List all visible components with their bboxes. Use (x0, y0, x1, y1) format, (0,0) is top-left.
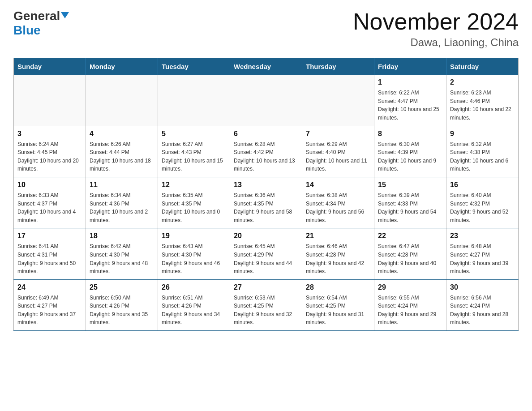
day-info: Sunrise: 6:27 AMSunset: 4:43 PMDaylight:… (162, 140, 226, 173)
calendar-cell: 13Sunrise: 6:36 AMSunset: 4:35 PMDayligh… (230, 177, 302, 228)
calendar-cell: 23Sunrise: 6:48 AMSunset: 4:27 PMDayligh… (446, 228, 519, 279)
weekday-header-sunday: Sunday (14, 58, 86, 75)
day-number: 13 (234, 181, 298, 189)
calendar-cell: 14Sunrise: 6:38 AMSunset: 4:34 PMDayligh… (302, 177, 374, 228)
calendar-cell: 5Sunrise: 6:27 AMSunset: 4:43 PMDaylight… (158, 126, 230, 177)
day-number: 15 (378, 181, 442, 189)
calendar-cell (14, 75, 86, 126)
logo-general-text: General (13, 9, 60, 23)
day-number: 23 (450, 232, 515, 240)
calendar-cell: 27Sunrise: 6:53 AMSunset: 4:25 PMDayligh… (230, 279, 302, 330)
day-number: 14 (306, 181, 370, 189)
day-info: Sunrise: 6:45 AMSunset: 4:29 PMDaylight:… (234, 242, 298, 275)
day-info: Sunrise: 6:32 AMSunset: 4:38 PMDaylight:… (450, 140, 515, 173)
calendar-cell: 10Sunrise: 6:33 AMSunset: 4:37 PMDayligh… (14, 177, 86, 228)
day-info: Sunrise: 6:53 AMSunset: 4:25 PMDaylight:… (234, 294, 298, 327)
day-info: Sunrise: 6:36 AMSunset: 4:35 PMDaylight:… (234, 191, 298, 224)
day-number: 26 (162, 283, 226, 291)
day-number: 30 (450, 283, 515, 291)
weekday-header-saturday: Saturday (446, 58, 519, 75)
calendar-cell (302, 75, 374, 126)
day-info: Sunrise: 6:56 AMSunset: 4:24 PMDaylight:… (450, 294, 515, 327)
calendar-cell (158, 75, 230, 126)
calendar-cell: 16Sunrise: 6:40 AMSunset: 4:32 PMDayligh… (446, 177, 519, 228)
day-number: 11 (90, 181, 154, 189)
day-info: Sunrise: 6:49 AMSunset: 4:27 PMDaylight:… (17, 294, 82, 327)
day-info: Sunrise: 6:46 AMSunset: 4:28 PMDaylight:… (306, 242, 370, 275)
calendar-cell: 18Sunrise: 6:42 AMSunset: 4:30 PMDayligh… (86, 228, 158, 279)
day-info: Sunrise: 6:26 AMSunset: 4:44 PMDaylight:… (90, 140, 154, 173)
day-info: Sunrise: 6:39 AMSunset: 4:33 PMDaylight:… (378, 191, 442, 224)
calendar-cell: 7Sunrise: 6:29 AMSunset: 4:40 PMDaylight… (302, 126, 374, 177)
calendar-cell: 9Sunrise: 6:32 AMSunset: 4:38 PMDaylight… (446, 126, 519, 177)
day-number: 27 (234, 283, 298, 291)
day-number: 5 (162, 130, 226, 138)
day-info: Sunrise: 6:38 AMSunset: 4:34 PMDaylight:… (306, 191, 370, 224)
weekday-header-thursday: Thursday (302, 58, 374, 75)
calendar-cell: 17Sunrise: 6:41 AMSunset: 4:31 PMDayligh… (14, 228, 86, 279)
weekday-row: SundayMondayTuesdayWednesdayThursdayFrid… (14, 58, 519, 75)
day-info: Sunrise: 6:48 AMSunset: 4:27 PMDaylight:… (450, 242, 515, 275)
weekday-header-friday: Friday (374, 58, 446, 75)
calendar-cell: 2Sunrise: 6:23 AMSunset: 4:46 PMDaylight… (446, 75, 519, 126)
day-number: 20 (234, 232, 298, 240)
calendar-cell: 25Sunrise: 6:50 AMSunset: 4:26 PMDayligh… (86, 279, 158, 330)
location-title: Dawa, Liaoning, China (353, 36, 519, 49)
calendar-cell: 21Sunrise: 6:46 AMSunset: 4:28 PMDayligh… (302, 228, 374, 279)
calendar-cell: 28Sunrise: 6:54 AMSunset: 4:25 PMDayligh… (302, 279, 374, 330)
calendar-cell: 15Sunrise: 6:39 AMSunset: 4:33 PMDayligh… (374, 177, 446, 228)
day-info: Sunrise: 6:43 AMSunset: 4:30 PMDaylight:… (162, 242, 226, 275)
calendar-body: 1Sunrise: 6:22 AMSunset: 4:47 PMDaylight… (14, 75, 519, 330)
calendar-week-1: 1Sunrise: 6:22 AMSunset: 4:47 PMDaylight… (14, 75, 519, 126)
day-info: Sunrise: 6:42 AMSunset: 4:30 PMDaylight:… (90, 242, 154, 275)
logo: General Blue (13, 9, 69, 38)
day-info: Sunrise: 6:47 AMSunset: 4:28 PMDaylight:… (378, 242, 442, 275)
weekday-header-wednesday: Wednesday (230, 58, 302, 75)
calendar-cell: 8Sunrise: 6:30 AMSunset: 4:39 PMDaylight… (374, 126, 446, 177)
day-number: 9 (450, 130, 515, 138)
day-number: 28 (306, 283, 370, 291)
day-info: Sunrise: 6:41 AMSunset: 4:31 PMDaylight:… (17, 242, 82, 275)
calendar-cell (86, 75, 158, 126)
calendar-header: SundayMondayTuesdayWednesdayThursdayFrid… (14, 58, 519, 75)
calendar-week-4: 17Sunrise: 6:41 AMSunset: 4:31 PMDayligh… (14, 228, 519, 279)
day-number: 16 (450, 181, 515, 189)
calendar-cell: 24Sunrise: 6:49 AMSunset: 4:27 PMDayligh… (14, 279, 86, 330)
day-number: 4 (90, 130, 154, 138)
calendar-week-3: 10Sunrise: 6:33 AMSunset: 4:37 PMDayligh… (14, 177, 519, 228)
day-info: Sunrise: 6:33 AMSunset: 4:37 PMDaylight:… (17, 191, 82, 224)
day-number: 2 (450, 78, 515, 86)
month-title: November 2024 (353, 9, 519, 34)
day-info: Sunrise: 6:54 AMSunset: 4:25 PMDaylight:… (306, 294, 370, 327)
page-header: General Blue November 2024 Dawa, Liaonin… (13, 9, 519, 49)
calendar-cell: 20Sunrise: 6:45 AMSunset: 4:29 PMDayligh… (230, 228, 302, 279)
calendar-cell: 1Sunrise: 6:22 AMSunset: 4:47 PMDaylight… (374, 75, 446, 126)
title-section: November 2024 Dawa, Liaoning, China (353, 9, 519, 49)
calendar-cell: 3Sunrise: 6:24 AMSunset: 4:45 PMDaylight… (14, 126, 86, 177)
calendar-cell: 30Sunrise: 6:56 AMSunset: 4:24 PMDayligh… (446, 279, 519, 330)
calendar-cell: 12Sunrise: 6:35 AMSunset: 4:35 PMDayligh… (158, 177, 230, 228)
calendar-cell: 29Sunrise: 6:55 AMSunset: 4:24 PMDayligh… (374, 279, 446, 330)
calendar-week-2: 3Sunrise: 6:24 AMSunset: 4:45 PMDaylight… (14, 126, 519, 177)
day-number: 3 (17, 130, 82, 138)
calendar-cell (230, 75, 302, 126)
day-info: Sunrise: 6:22 AMSunset: 4:47 PMDaylight:… (378, 89, 442, 122)
day-number: 17 (17, 232, 82, 240)
weekday-header-monday: Monday (86, 58, 158, 75)
day-number: 18 (90, 232, 154, 240)
day-number: 7 (306, 130, 370, 138)
calendar-cell: 26Sunrise: 6:51 AMSunset: 4:26 PMDayligh… (158, 279, 230, 330)
weekday-header-tuesday: Tuesday (158, 58, 230, 75)
day-info: Sunrise: 6:50 AMSunset: 4:26 PMDaylight:… (90, 294, 154, 327)
day-number: 29 (378, 283, 442, 291)
logo-triangle-icon (61, 12, 69, 18)
day-number: 1 (378, 78, 442, 86)
logo-blue-text: Blue (13, 23, 41, 37)
day-info: Sunrise: 6:35 AMSunset: 4:35 PMDaylight:… (162, 191, 226, 224)
calendar-cell: 4Sunrise: 6:26 AMSunset: 4:44 PMDaylight… (86, 126, 158, 177)
day-number: 25 (90, 283, 154, 291)
day-number: 8 (378, 130, 442, 138)
calendar-cell: 6Sunrise: 6:28 AMSunset: 4:42 PMDaylight… (230, 126, 302, 177)
day-number: 10 (17, 181, 82, 189)
day-info: Sunrise: 6:40 AMSunset: 4:32 PMDaylight:… (450, 191, 515, 224)
